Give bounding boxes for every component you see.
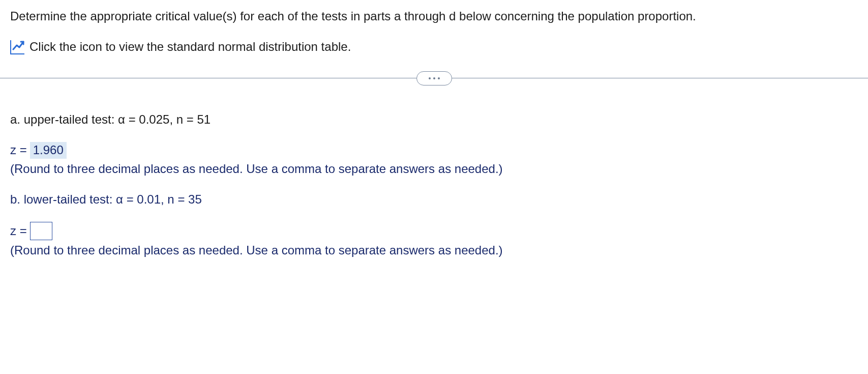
ellipsis-icon <box>433 77 435 79</box>
part-a-answer-line: z = 1.960 <box>10 142 858 158</box>
part-b-hint: (Round to three decimal places as needed… <box>10 242 858 258</box>
part-a: a. upper-tailed test: α = 0.025, n = 51 … <box>10 111 858 177</box>
part-a-hint: (Round to three decimal places as needed… <box>10 161 858 177</box>
part-b-title: b. lower-tailed test: α = 0.01, n = 35 <box>10 191 858 208</box>
ellipsis-icon <box>438 77 440 79</box>
ellipsis-icon <box>429 77 431 79</box>
section-divider <box>0 71 868 86</box>
divider-line-right <box>452 78 869 78</box>
part-a-title: a. upper-tailed test: α = 0.025, n = 51 <box>10 111 858 128</box>
part-b-z-input[interactable] <box>30 222 52 240</box>
part-b-answer-line: z = <box>10 222 858 240</box>
expand-pill-button[interactable] <box>416 71 452 85</box>
chart-icon[interactable] <box>10 40 24 54</box>
part-a-z-value[interactable]: 1.960 <box>30 142 67 158</box>
z-equals-label: z = <box>10 142 27 158</box>
z-equals-label: z = <box>10 223 27 239</box>
reference-link-row: Click the icon to view the standard norm… <box>10 39 858 55</box>
divider-line-left <box>0 78 416 78</box>
reference-link-text[interactable]: Click the icon to view the standard norm… <box>29 39 351 55</box>
line-chart-icon <box>12 40 24 52</box>
part-b: b. lower-tailed test: α = 0.01, n = 35 z… <box>10 191 858 259</box>
question-intro: Determine the appropriate critical value… <box>10 8 858 24</box>
